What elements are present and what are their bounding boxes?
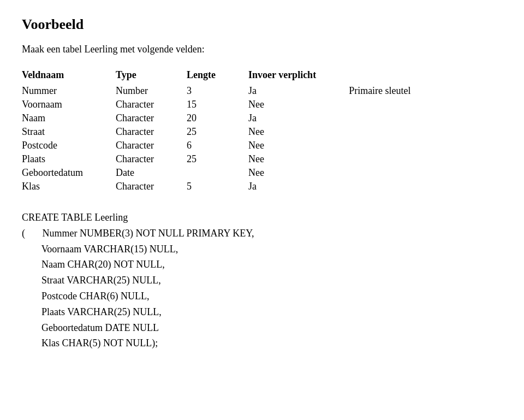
table-row: VoornaamCharacter15Nee bbox=[22, 98, 444, 111]
table-cell-2-2: 20 bbox=[187, 111, 248, 125]
table-cell-0-1: Number bbox=[116, 84, 187, 98]
table-cell-3-3: Nee bbox=[248, 125, 349, 139]
table-cell-3-2: 25 bbox=[187, 125, 248, 139]
fields-table: Veldnaam Type Lengte Invoer verplicht Nu… bbox=[22, 68, 444, 193]
table-cell-0-4: Primaire sleutel bbox=[349, 84, 443, 98]
table-row: KlasCharacter5Ja bbox=[22, 180, 444, 193]
table-cell-2-0: Naam bbox=[22, 111, 116, 125]
table-cell-1-1: Character bbox=[116, 98, 187, 111]
table-cell-0-0: Nummer bbox=[22, 84, 116, 98]
table-row: PostcodeCharacter6Nee bbox=[22, 139, 444, 152]
table-cell-2-1: Character bbox=[116, 111, 187, 125]
table-cell-2-3: Ja bbox=[248, 111, 349, 125]
code-line: Straat VARCHAR(25) NULL, bbox=[22, 273, 502, 288]
table-row: PlaatsCharacter25Nee bbox=[22, 152, 444, 166]
table-cell-4-0: Postcode bbox=[22, 139, 116, 152]
table-cell-5-3: Nee bbox=[248, 152, 349, 166]
table-cell-4-4 bbox=[349, 139, 443, 152]
table-cell-7-4 bbox=[349, 180, 443, 193]
code-line: Klas CHAR(5) NOT NULL); bbox=[22, 335, 502, 351]
table-cell-5-1: Character bbox=[116, 152, 187, 166]
table-cell-5-2: 25 bbox=[187, 152, 248, 166]
table-cell-7-1: Character bbox=[116, 180, 187, 193]
table-cell-3-0: Straat bbox=[22, 125, 116, 139]
col-header-invoer: Invoer verplicht bbox=[248, 68, 349, 84]
table-cell-0-2: 3 bbox=[187, 84, 248, 98]
table-row: StraatCharacter25Nee bbox=[22, 125, 444, 139]
data-table-section: Veldnaam Type Lengte Invoer verplicht Nu… bbox=[22, 68, 502, 193]
col-header-veldnaam: Veldnaam bbox=[22, 68, 116, 84]
code-line: Geboortedatum DATE NULL bbox=[22, 320, 502, 336]
table-cell-3-1: Character bbox=[116, 125, 187, 139]
code-line: Plaats VARCHAR(25) NULL, bbox=[22, 304, 502, 320]
table-cell-3-4 bbox=[349, 125, 443, 139]
table-cell-6-2 bbox=[187, 166, 248, 180]
table-row: NaamCharacter20Ja bbox=[22, 111, 444, 125]
code-line: ( Nummer NUMBER(3) NOT NULL PRIMARY KEY, bbox=[22, 226, 502, 241]
code-line: Naam CHAR(20) NOT NULL, bbox=[22, 257, 502, 273]
table-cell-1-4 bbox=[349, 98, 443, 111]
table-cell-1-3: Nee bbox=[248, 98, 349, 111]
code-section: CREATE TABLE Leerling( Nummer NUMBER(3) … bbox=[22, 210, 502, 351]
table-cell-7-3: Ja bbox=[248, 180, 349, 193]
table-row: NummerNumber3JaPrimaire sleutel bbox=[22, 84, 444, 98]
page-subtitle: Maak een tabel Leerling met volgende vel… bbox=[22, 44, 502, 55]
table-cell-0-3: Ja bbox=[248, 84, 349, 98]
col-header-note bbox=[349, 68, 443, 84]
table-cell-1-0: Voornaam bbox=[22, 98, 116, 111]
table-cell-6-0: Geboortedatum bbox=[22, 166, 116, 180]
table-cell-2-4 bbox=[349, 111, 443, 125]
table-cell-5-4 bbox=[349, 152, 443, 166]
table-cell-7-0: Klas bbox=[22, 180, 116, 193]
code-line: Voornaam VARCHAR(15) NULL, bbox=[22, 241, 502, 257]
table-cell-5-0: Plaats bbox=[22, 152, 116, 166]
table-cell-4-2: 6 bbox=[187, 139, 248, 152]
col-header-lengte: Lengte bbox=[187, 68, 248, 84]
col-header-type: Type bbox=[116, 68, 187, 84]
table-cell-6-1: Date bbox=[116, 166, 187, 180]
table-cell-6-3: Nee bbox=[248, 166, 349, 180]
table-row: GeboortedatumDateNee bbox=[22, 166, 444, 180]
code-line: CREATE TABLE Leerling bbox=[22, 210, 502, 226]
code-line: Postcode CHAR(6) NULL, bbox=[22, 288, 502, 304]
table-cell-7-2: 5 bbox=[187, 180, 248, 193]
table-cell-4-3: Nee bbox=[248, 139, 349, 152]
table-cell-6-4 bbox=[349, 166, 443, 180]
page-title: Voorbeeld bbox=[22, 16, 502, 33]
table-cell-4-1: Character bbox=[116, 139, 187, 152]
table-cell-1-2: 15 bbox=[187, 98, 248, 111]
